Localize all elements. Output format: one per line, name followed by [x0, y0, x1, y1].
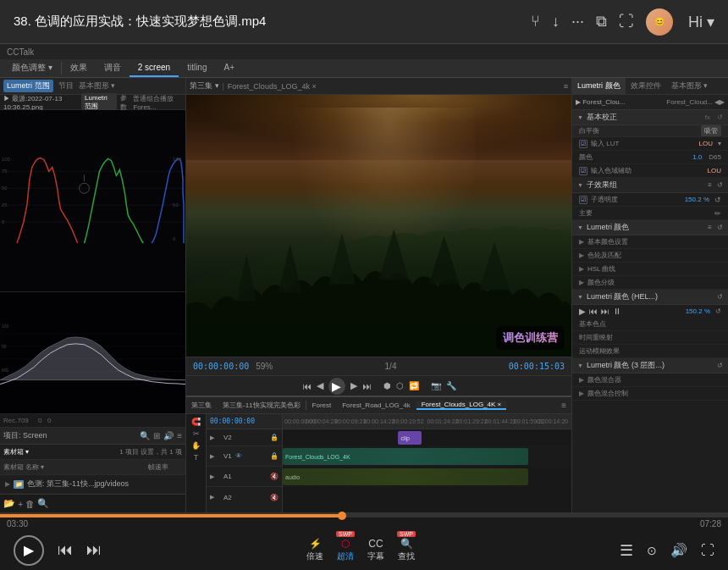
track-v1-eye[interactable]: 👁	[235, 452, 242, 460]
value-hdr[interactable]: LOU	[708, 167, 721, 174]
zoom-level[interactable]: 59%	[256, 362, 273, 371]
hi-label[interactable]: Hi ▾	[688, 13, 714, 31]
main-pencil[interactable]: ✏	[714, 209, 721, 218]
track-a2-mute[interactable]: 🔇	[270, 494, 279, 501]
transport-camera[interactable]: 📷	[431, 381, 441, 390]
track-a2-toggle[interactable]: ▶	[210, 494, 222, 501]
checkbox-hdr[interactable]: ☑	[579, 167, 587, 175]
checkbox-opacity[interactable]: ☑	[579, 196, 587, 204]
download-icon[interactable]: ↓	[552, 13, 560, 30]
3d-reset[interactable]: ↺	[717, 362, 723, 369]
param-color-grading[interactable]: ▶ 颜色分级	[572, 276, 728, 290]
opacity-reset[interactable]: ↺	[714, 196, 721, 204]
track-v2-lock[interactable]: 🔒	[270, 434, 279, 441]
stepfwd-mini[interactable]: ⏭	[601, 307, 609, 316]
lumetri-reset[interactable]: ↺	[717, 224, 723, 231]
find-icon[interactable]: 🔍	[37, 498, 49, 509]
program-tab[interactable]: Forest_Clouds_LOG_4k ×	[228, 82, 317, 91]
track-a1-toggle[interactable]: ▶	[210, 473, 222, 480]
progress-thumb[interactable]	[338, 512, 346, 520]
hel-value[interactable]: 150.2 %	[686, 307, 710, 315]
search-button[interactable]: SWP 🔍 查找	[398, 538, 415, 562]
hel-reset2[interactable]: ↺	[715, 307, 721, 315]
delete-icon[interactable]: 🗑	[25, 499, 35, 509]
skip-back-button[interactable]: ⏮	[58, 541, 73, 559]
transport-fwd-frame[interactable]: ▶	[350, 380, 357, 391]
sub-reset-icon[interactable]: ↺	[717, 181, 723, 189]
transport-play[interactable]: ▶	[328, 378, 345, 395]
transport-mark-in[interactable]: ⬢	[383, 381, 391, 390]
tab-2screen[interactable]: 2 screen	[130, 59, 179, 77]
transport-step-back[interactable]: ⏮	[302, 381, 312, 391]
more-icon[interactable]: ···	[571, 13, 584, 30]
project-tab-media[interactable]: 素材箱 ▾	[3, 447, 29, 457]
share-icon[interactable]: ⑂	[531, 13, 540, 30]
tab-effects[interactable]: 效果	[62, 59, 96, 77]
current-timecode[interactable]: 00:00:00:00	[193, 362, 249, 371]
tab-titling[interactable]: titling	[179, 59, 215, 77]
stepback-mini[interactable]: ⏮	[589, 307, 598, 316]
track-a1-mute[interactable]: 🔇	[270, 473, 279, 480]
section-lumetri-hel[interactable]: ▼ Lumetri 颜色 (HEL...) ↺	[572, 290, 728, 305]
pip-icon[interactable]: ⧉	[596, 13, 607, 30]
white-balance-eyedrop[interactable]: 吸管	[701, 125, 721, 136]
play-icon-mini[interactable]: ▶	[579, 307, 586, 316]
tab-audio[interactable]: 调音	[96, 59, 130, 77]
scope-dropdown[interactable]: Lumetri 范围	[81, 93, 116, 112]
transport-wrench[interactable]: 🔧	[446, 381, 456, 390]
scope-tab-graphics[interactable]: 基本图形 ▾	[79, 80, 116, 91]
project-sound-icon[interactable]: 🔊	[163, 431, 174, 440]
project-item-folder[interactable]: ▶ 📁 色测: 第三集-11快...jpg/videos	[0, 475, 185, 494]
timeline-tab-2[interactable]: 第三集-11快实现完美色彩	[218, 401, 306, 410]
checkbox-lut[interactable]: ☑	[579, 140, 587, 148]
section-lumetri-3d[interactable]: ▼ Lumetri 颜色 (3 层图...) ↺	[572, 358, 728, 374]
clip-v1-main[interactable]: Forest_Clouds_LOG_4K	[283, 448, 528, 465]
transport-mark-out[interactable]: ⬡	[396, 381, 404, 390]
quality-button[interactable]: SWP ⬡ 超清	[337, 538, 354, 562]
clip-a1-main[interactable]: audio	[283, 468, 528, 485]
param-color-mix-control[interactable]: ▶ 颜色混合控制	[572, 387, 728, 401]
subtitle-button[interactable]: CC 字幕	[367, 538, 384, 562]
section-basic-correction[interactable]: ▼ 基本校正 fx ↺	[572, 110, 728, 125]
fullscreen-player-icon[interactable]: ⛶	[701, 543, 714, 558]
timeline-menu-icon[interactable]: ≡	[556, 401, 571, 410]
param-color-mix[interactable]: ▶ 颜色混合器	[572, 374, 728, 387]
section-basic-reset[interactable]: ↺	[717, 113, 723, 121]
param-basic-color[interactable]: ▶ 基本颜色设置	[572, 235, 728, 249]
lut-dropdown[interactable]: ▾	[718, 140, 721, 147]
fullscreen-icon[interactable]: ⛶	[619, 13, 634, 30]
lumetri-nav[interactable]: ◀▶	[714, 98, 725, 106]
timeline-tab-4[interactable]: Forest_Road_LOG_4k	[337, 401, 416, 409]
col-name[interactable]: 素材箱 名称 ▾	[3, 462, 148, 472]
project-search-icon[interactable]: 🔍	[140, 431, 150, 440]
right-tab-graphics[interactable]: 基本图形 ▾	[666, 78, 714, 94]
playlist-icon[interactable]: ☰	[620, 541, 633, 560]
clip-v2[interactable]: clip	[398, 431, 421, 445]
tab-more[interactable]: A+	[216, 59, 244, 77]
tool-scissor[interactable]: ✂	[193, 429, 200, 438]
param-color-wheels[interactable]: ▶ 色轮及匹配	[572, 249, 728, 263]
progress-bar[interactable]	[0, 514, 728, 517]
scope-tab-program[interactable]: 节目	[58, 80, 74, 91]
track-v1-lock[interactable]: 🔒	[270, 452, 279, 460]
tool-text[interactable]: T	[194, 453, 199, 462]
project-more-icon[interactable]: ≡	[177, 431, 182, 440]
timeline-tab-5[interactable]: Forest_Clouds_LOG_4K ×	[416, 401, 507, 410]
track-v1-toggle[interactable]: ▶	[210, 453, 222, 460]
lumetri-file-dropdown[interactable]: ▶ Forest_Clou...	[576, 98, 625, 106]
right-tab-lumetri[interactable]: Lumetri 颜色	[572, 78, 626, 94]
new-bin-icon[interactable]: 📂	[3, 498, 15, 509]
avatar[interactable]: 😊	[646, 8, 673, 36]
pause-mini[interactable]: ⏸	[613, 307, 621, 316]
section-basic-toggle[interactable]: fx	[705, 113, 710, 121]
source-menu-icon[interactable]: ≡	[564, 82, 568, 91]
transport-loop[interactable]: 🔁	[409, 381, 419, 390]
scope-tab-lumetri[interactable]: Lumetri 范围	[3, 80, 53, 92]
project-view-icon[interactable]: ⊞	[153, 431, 160, 440]
danmaku-icon[interactable]: ⊙	[647, 544, 657, 557]
transport-back-frame[interactable]: ◀	[317, 380, 323, 391]
value-lut[interactable]: LOU	[699, 140, 713, 147]
timeline-tab-1[interactable]: 第三集	[186, 401, 217, 410]
skip-fwd-button[interactable]: ⏭	[86, 541, 102, 559]
track-v2-toggle[interactable]: ▶	[210, 434, 222, 441]
